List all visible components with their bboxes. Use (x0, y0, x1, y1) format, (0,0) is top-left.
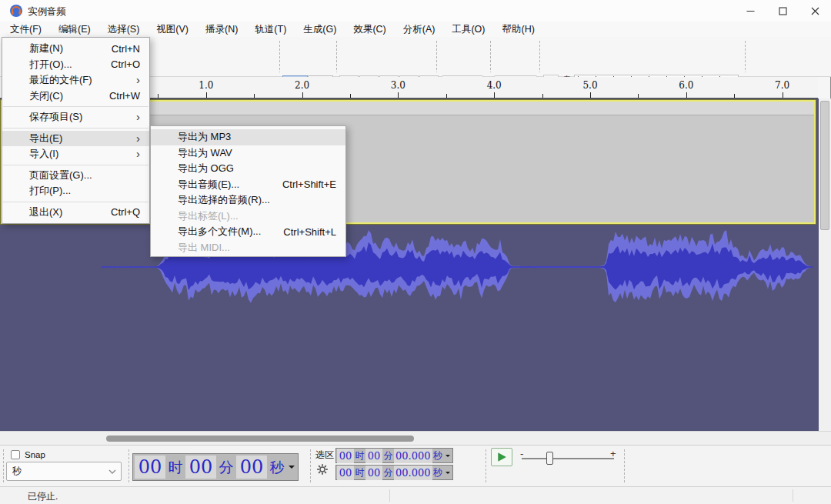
slider-track[interactable] (522, 458, 614, 459)
toolbar-gripper[interactable] (279, 40, 281, 72)
menubar-item-help[interactable]: 帮助(H) (493, 22, 542, 37)
menu-item-page-setup[interactable]: 页面设置(G)... (2, 168, 149, 184)
menu-item-export-labels[interactable]: 导出标签(L)... (151, 209, 345, 225)
ruler-major-tick (686, 92, 687, 98)
menu-item-export-midi[interactable]: 导出 MIDI... (151, 240, 345, 256)
horizontal-scrollbar[interactable] (0, 431, 831, 445)
playback-speed-slider[interactable]: - + (517, 448, 619, 468)
ruler-minor-tick (542, 94, 543, 98)
time-unit: 秒 (432, 449, 444, 462)
time-unit: 时 (354, 466, 365, 479)
menubar-item-tracks[interactable]: 轨道(T) (246, 22, 295, 37)
time-digit[interactable]: 00 (337, 466, 354, 480)
menubar-item-tools[interactable]: 工具(O) (443, 22, 493, 37)
play-at-speed-button[interactable] (491, 448, 512, 466)
menu-item-label: 新建(N) (29, 42, 63, 55)
menubar-item-transport[interactable]: 播录(N) (197, 22, 246, 37)
menu-shortcut: Ctrl+O (89, 58, 140, 70)
menu-item-recent-files[interactable]: 最近的文件(F)› (2, 72, 149, 88)
menu-item-exit[interactable]: 退出(X)Ctrl+Q (2, 205, 149, 221)
menu-item-import[interactable]: 导入(I)› (2, 146, 149, 162)
selection-end-display[interactable]: 00时00分00.000秒 (335, 465, 453, 480)
chevron-down-icon[interactable] (446, 455, 450, 459)
menubar-item-effect[interactable]: 效果(C) (345, 22, 394, 37)
toolbar-gripper[interactable] (489, 40, 492, 72)
menu-item-label: 导出多个文件(M)... (178, 225, 261, 239)
minimize-button[interactable] (733, 0, 767, 22)
menu-item-label: 导出 MIDI... (178, 241, 230, 255)
time-digit[interactable]: 00 (185, 456, 216, 479)
menu-item-label: 打印(P)... (29, 184, 71, 198)
window-title: 实例音频 (28, 5, 66, 18)
toolbar-gripper[interactable] (2, 449, 5, 482)
submenu-arrow-icon: › (115, 112, 140, 122)
app-logo-icon (9, 4, 23, 21)
toolbar-gripper[interactable] (128, 449, 130, 482)
menu-separator (3, 202, 149, 202)
time-digit[interactable]: 00 (365, 466, 382, 480)
time-digit[interactable]: 00 (337, 449, 354, 463)
chevron-down-icon[interactable] (289, 466, 295, 472)
file-menu: 新建(N)Ctrl+N打开(O)...Ctrl+O最近的文件(F)›关闭(C)C… (2, 37, 150, 224)
time-unit: 时 (354, 449, 365, 462)
menu-item-label: 关闭(C) (29, 89, 63, 103)
snap-unit-combobox[interactable]: 秒 (6, 462, 122, 481)
menubar-item-analyze[interactable]: 分析(A) (395, 22, 444, 37)
vertical-scrollbar[interactable] (819, 98, 831, 431)
toolbar-gripper[interactable] (436, 40, 438, 72)
toolbar-gripper[interactable] (485, 449, 487, 482)
menu-item-export-wav[interactable]: 导出为 WAV (151, 145, 345, 162)
menu-item-close[interactable]: 关闭(C)Ctrl+W (2, 88, 149, 105)
chevron-down-icon[interactable] (446, 472, 450, 476)
menu-item-label: 页面设置(G)... (29, 169, 92, 182)
ruler-major-tick (783, 92, 783, 98)
menu-item-export-selected-audio[interactable]: 导出选择的音频(R)... (151, 192, 345, 209)
time-digit[interactable]: 00 (365, 449, 382, 463)
close-button[interactable] (798, 0, 831, 22)
time-unit: 分 (382, 466, 394, 479)
time-digit[interactable]: 00.000 (394, 466, 432, 480)
menu-item-save-project[interactable]: 保存项目(S)› (2, 109, 149, 125)
audacity-window: 实例音频 文件(F)编辑(E)选择(S)视图(V)播录(N)轨道(T)生成(G)… (0, 0, 831, 504)
menu-item-export-mp3[interactable]: 导出为 MP3 (151, 129, 345, 145)
menu-item-export-ogg[interactable]: 导出为 OGG (151, 161, 345, 177)
menubar-item-select[interactable]: 选择(S) (99, 22, 149, 37)
maximize-button[interactable] (766, 0, 799, 22)
menu-item-open[interactable]: 打开(O)...Ctrl+O (2, 57, 149, 73)
time-digit[interactable]: 00 (135, 456, 165, 479)
audio-position-display[interactable]: 00时00分00秒 (132, 453, 299, 481)
menu-item-new[interactable]: 新建(N)Ctrl+N (2, 41, 149, 57)
menubar-item-file[interactable]: 文件(F) (2, 22, 50, 37)
bottom-toolbar-dock: Snap 秒 00时00分00秒 选区 00时00分00.000秒 00时00分… (0, 445, 831, 486)
ruler-minor-tick (734, 94, 735, 98)
menu-shortcut: Ctrl+Shift+E (261, 179, 336, 190)
menubar-item-generate[interactable]: 生成(G) (295, 22, 345, 37)
menu-item-label: 打开(O)... (29, 58, 72, 72)
menu-item-label: 最近的文件(F) (29, 73, 92, 87)
slider-thumb[interactable] (546, 452, 553, 465)
selection-start-display[interactable]: 00时00分00.000秒 (335, 448, 453, 463)
menu-item-export-multiple[interactable]: 导出多个文件(M)...Ctrl+Shift+L (151, 224, 345, 240)
snap-checkbox[interactable] (11, 450, 20, 459)
ruler-tick-label: 5.0 (579, 80, 602, 91)
time-unit: 时 (165, 458, 185, 477)
horizontal-scrollbar-thumb[interactable] (106, 436, 414, 442)
close-icon (811, 7, 819, 15)
toolbar-gripper[interactable] (335, 40, 338, 72)
menu-item-print[interactable]: 打印(P)... (2, 183, 149, 199)
menubar-item-view[interactable]: 视图(V) (148, 22, 197, 37)
toolbar-gripper[interactable] (309, 449, 312, 482)
toolbar-gripper[interactable] (539, 40, 541, 72)
title-bar: 实例音频 (0, 0, 831, 22)
ruler-major-tick (590, 92, 591, 98)
ruler-tick-label: 3.0 (386, 80, 409, 91)
vertical-scrollbar-thumb[interactable] (820, 101, 829, 230)
time-digit[interactable]: 00 (236, 456, 267, 479)
menu-item-export[interactable]: 导出(E)› (2, 131, 149, 147)
selection-settings-gear-icon[interactable] (316, 463, 329, 479)
time-digit[interactable]: 00.000 (394, 449, 432, 463)
toolbar-gripper[interactable] (623, 449, 626, 482)
menu-item-export-audio[interactable]: 导出音频(E)...Ctrl+Shift+E (151, 177, 345, 193)
toolbar-gripper[interactable] (744, 40, 746, 72)
menubar-item-edit[interactable]: 编辑(E) (50, 22, 99, 37)
